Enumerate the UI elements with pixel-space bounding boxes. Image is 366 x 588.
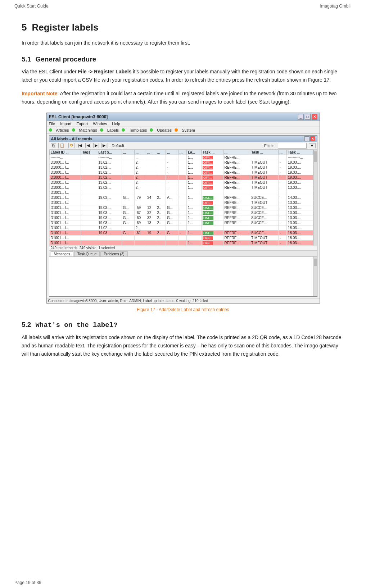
inner-close-btn[interactable]: ✕ <box>310 136 315 141</box>
table-row[interactable]: D1001... l...19.03....G...-67322..G...-1… <box>49 210 313 215</box>
toolbar-default-label: Default <box>112 143 124 148</box>
label-matchings: Matchings <box>79 128 97 132</box>
tab-messages[interactable]: Messages <box>51 251 74 256</box>
esl-close-btn[interactable]: ✕ <box>312 114 317 120</box>
table-row[interactable]: D1000... l...13.02....2..-1...OFF...REFR… <box>49 180 313 185</box>
cell-d6 <box>178 155 186 160</box>
table-row[interactable]: D1001... l...OFF...REFRE...TIMEOUT-13.03… <box>49 200 313 205</box>
body1-bold: File -> Register Labels <box>78 69 131 74</box>
table-row[interactable]: D1001... l...19.03....G...-60322..G...-1… <box>49 215 313 220</box>
table-row[interactable]: D1000... l...13.02....2..-1...OFF...REFR… <box>49 170 313 175</box>
filter-dropdown[interactable]: ▼ <box>309 143 316 148</box>
section51-num: 5.1 <box>22 55 31 63</box>
header-left: Quick Start Guide <box>14 4 49 9</box>
toolbar-nav-last[interactable]: ▶| <box>101 143 108 148</box>
message-tabs: Messages Task Queue Problems (3) <box>49 251 317 257</box>
section52-heading: What's on the label? <box>35 321 117 329</box>
toolbar-nav-first[interactable]: |◀ <box>77 143 83 148</box>
esl-toolbar: Articles Matchings Labels Templates Upda… <box>47 127 320 134</box>
labels-table: Label ID ... Tags Last S... ... ... ... … <box>49 150 313 246</box>
inner-titlebar: All labels - All records _ ✕ <box>49 136 317 142</box>
section51-title: 5.1 General procedure <box>22 55 344 63</box>
col-d4: ... <box>156 150 166 155</box>
message-area <box>49 257 313 296</box>
table-row[interactable]: D1001... l...19.03....G...-69132..G...-1… <box>49 220 313 225</box>
bottom-count: 249 total records, 249 visible, 1 select… <box>49 246 317 251</box>
page-content: 5 Register labels In order that labels c… <box>0 11 366 385</box>
cell-d4 <box>156 155 166 160</box>
page-number: Page 19 of 36 <box>14 580 41 585</box>
table-row[interactable]: D1001... l...1...OFF...REFRE...TIMEOUT-1… <box>49 240 313 245</box>
inner-toolbar: ⎘ 📋 ↻ |◀ ◀ ▶ ▶| Default Filter: ▼ <box>49 142 317 150</box>
col-d6: ... <box>178 150 186 155</box>
menu-import[interactable]: Import <box>60 122 71 126</box>
esl-titlebar-buttons: _ □ ✕ <box>298 114 317 120</box>
filter-input[interactable] <box>278 143 307 149</box>
important-body: After the registration it could last a c… <box>22 91 336 105</box>
col-d5: ... <box>166 150 178 155</box>
esl-window-title: ESL Client [imagowin3:8000] <box>49 114 108 119</box>
esl-menubar: File Import Export Window Help <box>47 121 320 127</box>
inner-window-title: All labels - All records <box>51 137 92 141</box>
toolbar-icon-paste[interactable]: 📋 <box>58 143 66 148</box>
section5-num: 5 <box>22 22 27 33</box>
section5-intro: In order that labels can join the networ… <box>22 39 344 47</box>
table-row[interactable]: --------... ---------... ... 1... <box>49 155 313 160</box>
label-system: System <box>182 128 195 132</box>
inner-window: All labels - All records _ ✕ ⎘ 📋 ↻ |◀ ◀ … <box>49 135 317 297</box>
col-task4: ... <box>278 150 286 155</box>
esl-maximize-btn[interactable]: □ <box>305 114 311 120</box>
col-task5: Task ... <box>286 150 313 155</box>
table-row[interactable]: D1001... l...11.02....2..18.03.... <box>49 225 313 230</box>
esl-titlebar: ESL Client [imagowin3:8000] _ □ ✕ <box>47 113 320 121</box>
inner-titlebar-buttons: _ ✕ <box>304 136 315 141</box>
filter-label: Filter: <box>264 143 274 148</box>
table-row[interactable]: D1001... l...19.03....G...-61192..G...-1… <box>49 230 313 235</box>
menu-export[interactable]: Export <box>76 122 88 126</box>
msg-scrollbar[interactable] <box>313 257 317 296</box>
table-row[interactable]: D1000... l...13.02....2..-1...OFF...REFR… <box>49 160 313 165</box>
col-d1: ... <box>122 150 134 155</box>
section51-body1: Via the ESL Client under File -> Registe… <box>22 68 344 84</box>
important-note: Important Note: After the registration i… <box>22 90 344 106</box>
toolbar-icon-copy[interactable]: ⎘ <box>51 143 56 148</box>
section52-num: 5.2 <box>22 321 31 329</box>
toolbar-nav-next[interactable]: ▶ <box>93 143 99 148</box>
message-area-container <box>49 257 317 296</box>
dot-templates <box>122 128 125 132</box>
section52-title: 5.2 What's on the label? <box>22 321 344 329</box>
important-label: Important Note <box>22 91 58 96</box>
table-header-row: Label ID ... Tags Last S... ... ... ... … <box>49 150 313 155</box>
cell-task <box>250 155 279 160</box>
table-row[interactable]: D1000... l...13.02....2..-1...OFF...REFR… <box>49 165 313 170</box>
inner-minimize-btn[interactable]: _ <box>304 136 309 141</box>
table-wrap: Label ID ... Tags Last S... ... ... ... … <box>49 150 313 246</box>
table-row[interactable]: D1001... l...19.03....G...-79342..A...-1… <box>49 195 313 200</box>
table-row[interactable]: D1001... l...OFF...REFRE...TIMEOUT-18.03… <box>49 235 313 240</box>
section52-body: All labels will arrive with its registra… <box>22 333 344 358</box>
section5-title: 5 Register labels <box>22 22 344 33</box>
menu-file[interactable]: File <box>49 122 55 126</box>
table-row[interactable]: D1001... l...19.03....G...-59122..G...-1… <box>49 205 313 210</box>
cell-refre: REFRE... <box>223 155 250 160</box>
section51-heading: General procedure <box>35 55 96 63</box>
col-task2: ... <box>223 150 250 155</box>
table-scrollbar[interactable] <box>313 150 317 246</box>
esl-status-bar: Connected to imagowin3:8000; User: admin… <box>47 298 320 303</box>
table-row[interactable]: D1001... l... <box>49 190 313 195</box>
table-row[interactable]: D1000... l...13.02....2..-1...OFF...REFR… <box>49 175 313 180</box>
esl-client-window: ESL Client [imagowin3:8000] _ □ ✕ File I… <box>46 113 320 304</box>
esl-minimize-btn[interactable]: _ <box>298 114 304 120</box>
label-updates: Updates <box>157 128 172 132</box>
tab-problems[interactable]: Problems (3) <box>100 251 127 256</box>
table-row[interactable]: D1000... l...13.02....2..-1...OFF...REFR… <box>49 185 313 190</box>
section5-heading: Register labels <box>32 22 98 33</box>
figure-caption: Figure 17 - Add/Delete Label and refresh… <box>22 307 344 312</box>
label-templates: Templates <box>129 128 147 132</box>
menu-help[interactable]: Help <box>112 122 120 126</box>
table-container: Label ID ... Tags Last S... ... ... ... … <box>49 150 317 246</box>
toolbar-nav-prev[interactable]: ◀ <box>85 143 91 148</box>
menu-window[interactable]: Window <box>93 122 107 126</box>
tab-taskqueue[interactable]: Task Queue <box>74 251 100 256</box>
toolbar-icon-refresh[interactable]: ↻ <box>68 143 74 148</box>
